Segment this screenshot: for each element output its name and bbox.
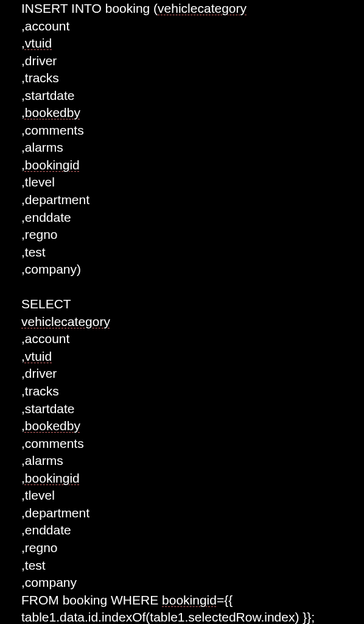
sel-enddate: ,enddate [21, 523, 71, 537]
col-bookedby: bookedby [25, 105, 80, 119]
col-tlevel: ,tlevel [21, 175, 55, 189]
col-enddate: ,enddate [21, 210, 71, 224]
sel-account: ,account [21, 332, 69, 346]
sel-tracks: ,tracks [21, 384, 59, 398]
sel-startdate: ,startdate [21, 402, 75, 416]
last-line: table1.data.id.indexOf(table1.selectedRo… [21, 610, 315, 624]
col-comments: ,comments [21, 123, 84, 137]
col-driver: ,driver [21, 54, 57, 68]
from-where-post: ={{ [217, 593, 233, 607]
from-where-pre: FROM booking WHERE [21, 593, 162, 607]
sql-text: INSERT INTO booking ( [21, 1, 158, 15]
col-vtuid: vtuid [25, 36, 52, 50]
col-test: ,test [21, 245, 46, 259]
sel-driver: ,driver [21, 366, 57, 380]
sel-test: ,test [21, 558, 46, 572]
col-alarms: ,alarms [21, 140, 63, 154]
sel-company: ,company [21, 575, 77, 589]
col-vehiclecategory: vehiclecategory [158, 1, 247, 15]
sql-code-block: INSERT INTO booking (vehiclecategory ,ac… [21, 0, 364, 624]
select-keyword: SELECT [21, 297, 71, 311]
sel-alarms: ,alarms [21, 453, 63, 467]
col-bookingid: bookingid [25, 158, 80, 172]
sel-bookedby: bookedby [25, 419, 80, 433]
col-regno: ,regno [21, 227, 58, 241]
sel-regno: ,regno [21, 541, 58, 555]
sel-vehiclecategory: vehiclecategory [21, 314, 110, 328]
col-account: ,account [21, 19, 69, 33]
from-where-bookingid: bookingid [162, 593, 217, 607]
col-tracks: ,tracks [21, 71, 59, 85]
sel-tlevel: ,tlevel [21, 488, 55, 502]
sel-bookingid: bookingid [25, 471, 80, 485]
sel-vtuid: vtuid [25, 349, 52, 363]
col-startdate: ,startdate [21, 88, 75, 102]
sel-comments: ,comments [21, 436, 84, 450]
col-company-insert: ,company) [21, 262, 81, 276]
col-department: ,department [21, 193, 89, 207]
sel-department: ,department [21, 506, 89, 520]
